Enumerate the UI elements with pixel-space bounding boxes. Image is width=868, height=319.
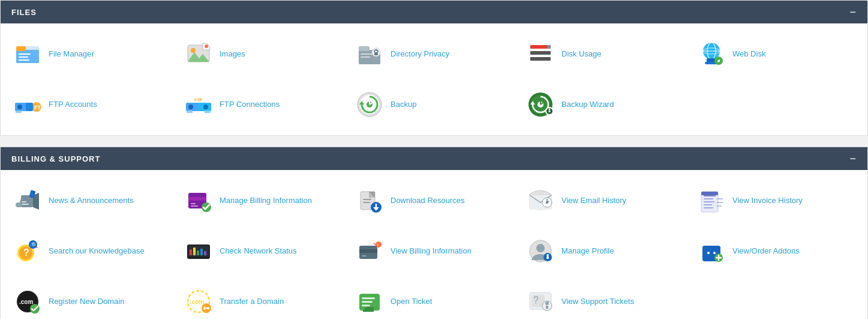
open-ticket-label: Open Ticket bbox=[391, 297, 432, 307]
backup-wizard-item[interactable]: Backup Wizard bbox=[519, 85, 690, 124]
directory-privacy-label: Directory Privacy bbox=[391, 49, 449, 59]
svg-rect-64 bbox=[22, 201, 26, 202]
files-header: FILES − bbox=[1, 1, 867, 23]
svg-point-147 bbox=[545, 302, 549, 305]
file-manager-icon bbox=[13, 39, 43, 69]
billing-support-header: BILLING & SUPPORT − bbox=[1, 147, 867, 170]
billing-support-section: BILLING & SUPPORT − bbox=[0, 147, 868, 319]
view-support-tickets-item[interactable]: ? View Support Tickets bbox=[519, 282, 690, 319]
svg-rect-11 bbox=[359, 46, 370, 51]
web-disk-label: Web Disk bbox=[732, 49, 765, 59]
svg-rect-43 bbox=[205, 111, 211, 113]
svg-rect-88 bbox=[704, 198, 713, 199]
web-disk-icon bbox=[696, 39, 726, 69]
images-item[interactable]: Images bbox=[178, 34, 349, 74]
ftp-accounts-icon: FTP bbox=[13, 90, 43, 120]
backup-wizard-label: Backup Wizard bbox=[561, 100, 614, 110]
svg-rect-37 bbox=[26, 103, 33, 111]
disk-usage-item[interactable]: Disk Usage bbox=[519, 34, 690, 74]
directory-privacy-item[interactable]: Directory Privacy bbox=[349, 34, 519, 74]
svg-point-114 bbox=[376, 242, 382, 248]
svg-rect-111 bbox=[359, 249, 377, 253]
check-network-status-item[interactable]: Check Network Status bbox=[178, 231, 349, 271]
svg-rect-112 bbox=[362, 255, 367, 257]
billing-support-title: BILLING & SUPPORT bbox=[11, 154, 100, 163]
manage-billing-item[interactable]: Manage Billing Information bbox=[178, 181, 349, 220]
svg-rect-40 bbox=[187, 111, 193, 113]
view-email-history-label: View Email History bbox=[561, 196, 626, 206]
billing-support-grid: News & Announcements Manage Billing Info… bbox=[7, 181, 861, 319]
register-domain-item[interactable]: .com Register New Domain bbox=[7, 282, 178, 319]
backup-label: Backup bbox=[391, 100, 416, 110]
manage-billing-icon bbox=[184, 186, 214, 216]
files-collapse-icon[interactable]: − bbox=[849, 7, 857, 17]
svg-rect-148 bbox=[546, 306, 548, 309]
svg-rect-69 bbox=[188, 197, 206, 201]
svg-rect-104 bbox=[190, 249, 192, 255]
svg-text:?: ? bbox=[533, 295, 539, 305]
view-invoice-history-label: View Invoice History bbox=[732, 196, 803, 206]
transfer-domain-icon: .com bbox=[184, 287, 214, 317]
images-icon bbox=[184, 39, 214, 69]
svg-text:.com: .com bbox=[190, 299, 204, 305]
news-announcements-item[interactable]: News & Announcements bbox=[7, 181, 178, 220]
open-ticket-item[interactable]: Open Ticket bbox=[349, 282, 519, 319]
search-knowledgebase-label: Search our Knowledgebase bbox=[49, 246, 145, 257]
backup-wizard-icon bbox=[525, 90, 555, 120]
manage-profile-icon bbox=[525, 236, 555, 266]
web-disk-item[interactable]: Web Disk bbox=[690, 34, 861, 74]
search-knowledgebase-item[interactable]: ? 🔍 Search our Knowledgebase bbox=[7, 231, 178, 271]
view-invoice-history-item[interactable]: View Invoice History bbox=[690, 181, 861, 220]
svg-rect-91 bbox=[704, 207, 713, 208]
svg-rect-17 bbox=[530, 45, 547, 49]
svg-rect-5 bbox=[19, 59, 29, 61]
disk-usage-label: Disk Usage bbox=[561, 49, 601, 59]
view-billing-info-item[interactable]: i View Billing Information bbox=[349, 231, 519, 271]
register-domain-label: Register New Domain bbox=[49, 297, 124, 307]
download-resources-item[interactable]: Download Resources bbox=[349, 181, 519, 220]
svg-point-117 bbox=[536, 244, 545, 252]
svg-text:FTP: FTP bbox=[34, 105, 41, 111]
svg-rect-22 bbox=[547, 45, 551, 49]
ftp-accounts-item[interactable]: FTP FTP Accounts bbox=[7, 85, 178, 124]
ftp-connections-icon: FTP bbox=[184, 90, 214, 120]
svg-rect-71 bbox=[191, 205, 198, 207]
svg-point-42 bbox=[203, 105, 208, 109]
check-network-status-label: Check Network Status bbox=[220, 246, 297, 257]
svg-rect-21 bbox=[530, 57, 539, 61]
images-label: Images bbox=[220, 49, 245, 59]
backup-item[interactable]: Backup bbox=[349, 85, 519, 124]
ftp-connections-item[interactable]: FTP FTP Connections bbox=[178, 85, 349, 124]
download-resources-label: Download Resources bbox=[391, 196, 465, 206]
news-announcements-icon bbox=[13, 186, 43, 216]
svg-point-33 bbox=[17, 105, 22, 109]
svg-point-8 bbox=[191, 48, 196, 53]
transfer-domain-label: Transfer a Domain bbox=[220, 297, 284, 307]
manage-billing-label: Manage Billing Information bbox=[220, 196, 312, 206]
view-billing-info-label: View Billing Information bbox=[391, 246, 471, 257]
svg-rect-141 bbox=[362, 305, 370, 306]
file-manager-item[interactable]: File Manager bbox=[7, 34, 178, 74]
svg-text:.com: .com bbox=[19, 299, 33, 305]
billing-support-collapse-icon[interactable]: − bbox=[849, 153, 857, 164]
svg-rect-31 bbox=[719, 59, 720, 62]
view-email-history-item[interactable]: View Email History bbox=[519, 181, 690, 220]
svg-rect-12 bbox=[361, 53, 373, 55]
svg-rect-139 bbox=[362, 297, 375, 299]
svg-rect-92 bbox=[701, 192, 718, 195]
files-grid: File Manager Images bbox=[7, 34, 861, 124]
manage-profile-item[interactable]: Manage Profile bbox=[519, 231, 690, 271]
view-billing-info-icon: i bbox=[355, 236, 385, 266]
svg-rect-3 bbox=[19, 53, 31, 55]
svg-rect-76 bbox=[363, 199, 371, 200]
files-title: FILES bbox=[11, 8, 37, 17]
view-order-addons-item[interactable]: View/Order Addons bbox=[690, 231, 861, 271]
check-network-status-icon bbox=[184, 236, 214, 266]
view-invoice-history-icon bbox=[696, 186, 726, 216]
transfer-domain-item[interactable]: .com Transfer a Domain bbox=[178, 282, 349, 319]
svg-rect-107 bbox=[200, 249, 203, 255]
svg-point-39 bbox=[188, 105, 193, 109]
open-ticket-icon bbox=[355, 287, 385, 317]
svg-point-9 bbox=[205, 44, 208, 48]
svg-rect-60 bbox=[549, 111, 551, 112]
